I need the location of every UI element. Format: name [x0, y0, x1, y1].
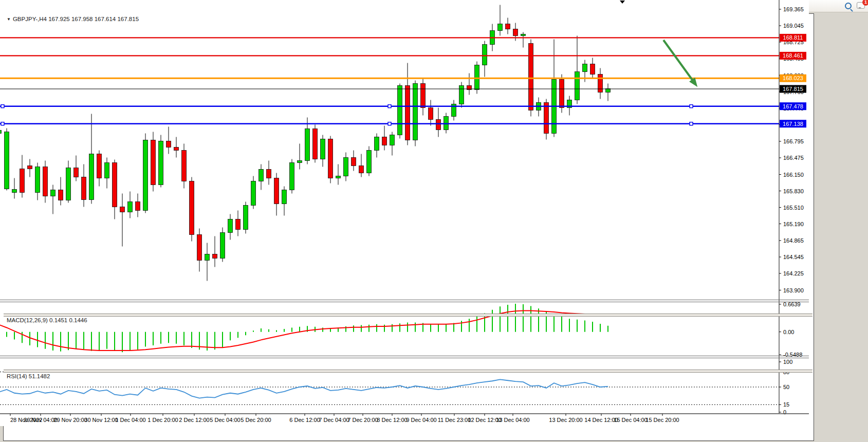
svg-text:168.461: 168.461: [783, 52, 803, 59]
svg-text:5 Dec 20:00: 5 Dec 20:00: [241, 417, 271, 423]
svg-text:-0.5488: -0.5488: [783, 352, 802, 358]
svg-text:168.811: 168.811: [783, 34, 803, 41]
svg-text:29 Nov 04:00: 29 Nov 04:00: [24, 417, 57, 423]
svg-text:165.190: 165.190: [783, 221, 804, 227]
svg-text:30 Nov 12:00: 30 Nov 12:00: [84, 417, 118, 423]
macd-splitter[interactable]: [4, 314, 812, 317]
svg-text:163.900: 163.900: [783, 287, 804, 293]
svg-text:0: 0: [783, 409, 786, 415]
svg-text:5 Dec 04:00: 5 Dec 04:00: [210, 417, 240, 423]
search-icon[interactable]: [845, 3, 852, 9]
chart-background: [0, 0, 809, 426]
svg-text:7 Dec 04:00: 7 Dec 04:00: [319, 417, 349, 423]
hline-handle[interactable]: [388, 105, 391, 108]
svg-text:169.365: 169.365: [783, 6, 804, 12]
svg-text:13 Dec 20:00: 13 Dec 20:00: [549, 417, 582, 423]
svg-text:165.830: 165.830: [783, 188, 804, 194]
rsi-splitter[interactable]: [4, 370, 812, 373]
toolbar-right: 1: [845, 2, 868, 10]
svg-text:167.138: 167.138: [783, 121, 803, 127]
svg-text:165.510: 165.510: [783, 205, 804, 211]
svg-text:50: 50: [783, 384, 789, 390]
svg-text:169.045: 169.045: [783, 23, 804, 29]
svg-text:164.545: 164.545: [783, 254, 804, 260]
svg-text:166.475: 166.475: [783, 155, 804, 161]
chart-menu-icon[interactable]: ▼: [7, 17, 11, 22]
hline-handle[interactable]: [388, 122, 391, 125]
hline-handle[interactable]: [1, 105, 4, 108]
chart-canvas[interactable]: 169.365169.045168.725168.405168.080167.7…: [0, 0, 810, 427]
svg-text:15 Dec 04:00: 15 Dec 04:00: [614, 417, 647, 423]
svg-text:167.478: 167.478: [783, 103, 803, 109]
svg-text:11 Dec 23:00: 11 Dec 23:00: [438, 417, 471, 423]
svg-text:6 Dec 12:00: 6 Dec 12:00: [289, 417, 320, 423]
hline-handle[interactable]: [690, 122, 693, 125]
svg-text:29 Nov 20:00: 29 Nov 20:00: [53, 417, 87, 423]
svg-text:168.023: 168.023: [783, 75, 803, 81]
svg-text:0.00: 0.00: [783, 329, 794, 335]
svg-text:15 Dec 20:00: 15 Dec 20:00: [645, 417, 679, 423]
svg-text:9 Dec 04:00: 9 Dec 04:00: [406, 417, 436, 423]
svg-text:13 Dec 04:00: 13 Dec 04:00: [496, 417, 529, 423]
notification-badge: 1: [862, 0, 868, 6]
rsi-indicator-label: RSI(14) 51.1482: [7, 373, 50, 379]
svg-text:7 Dec 20:00: 7 Dec 20:00: [347, 417, 378, 423]
mdi-area: 169.365169.045168.725168.405168.080167.7…: [0, 12, 868, 442]
chart-window: 169.365169.045168.725168.405168.080167.7…: [3, 13, 814, 441]
svg-text:14 Dec 12:00: 14 Dec 12:00: [584, 417, 618, 423]
svg-text:15: 15: [783, 401, 789, 408]
svg-text:8 Dec 12:00: 8 Dec 12:00: [377, 417, 407, 423]
hline-handle[interactable]: [1, 122, 4, 125]
svg-text:166.150: 166.150: [783, 172, 804, 178]
svg-text:164.225: 164.225: [783, 270, 804, 277]
chat-button[interactable]: 1: [857, 2, 865, 10]
svg-text:166.795: 166.795: [783, 138, 804, 144]
svg-text:167.815: 167.815: [783, 86, 803, 92]
svg-text:2 Dec 12:00: 2 Dec 12:00: [179, 417, 209, 423]
svg-text:1 Dec 04:00: 1 Dec 04:00: [115, 417, 145, 423]
chart-title: ▼GBPJPY-,H4 167.925 167.958 167.614 167.…: [7, 16, 139, 22]
svg-text:164.865: 164.865: [783, 237, 804, 244]
svg-text:100: 100: [783, 359, 792, 365]
hline-handle[interactable]: [690, 105, 693, 108]
svg-text:1 Dec 20:00: 1 Dec 20:00: [147, 417, 178, 423]
mt4-window: 新订单◆▥◉◎自动交易▶◀▦▼◷▼▧▼↖＋｜—∕∥≡AT↘▼M1M5M15M30…: [0, 0, 868, 442]
macd-indicator-label: MACD(12,26,9) 0.1451 0.1446: [7, 317, 87, 323]
